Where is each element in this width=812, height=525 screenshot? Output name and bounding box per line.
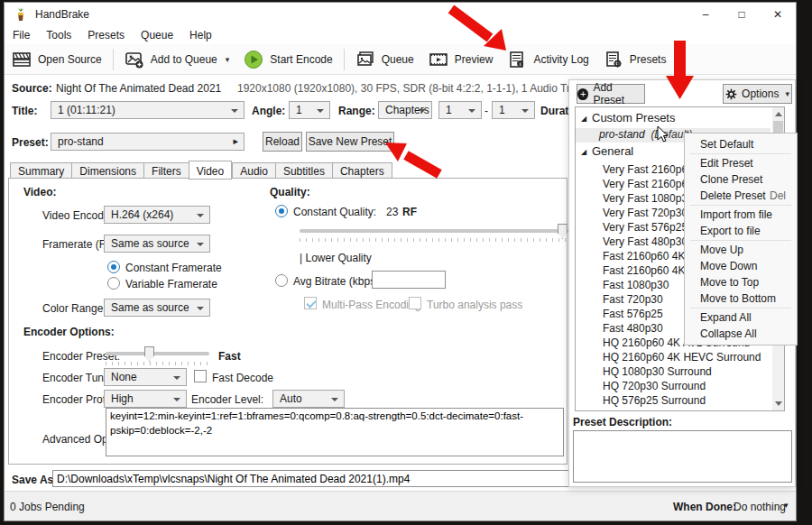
add-to-queue-dropdown-icon[interactable]: ▾ xyxy=(226,55,230,64)
quality-slider[interactable] xyxy=(300,229,568,233)
when-done-dropdown-icon[interactable]: ▾ xyxy=(784,501,789,510)
angle-label: Angle: xyxy=(252,105,285,117)
expander-icon[interactable]: ◢ xyxy=(581,148,592,156)
context-menu-item-edit-preset[interactable]: Edit Preset xyxy=(685,155,797,171)
activity-log-button[interactable]: i Activity Log xyxy=(500,46,595,73)
fast-decode-label[interactable]: Fast Decode xyxy=(212,372,273,384)
framerate-select[interactable]: Same as source xyxy=(104,235,210,253)
range-type-select[interactable]: Chapters xyxy=(378,101,432,119)
menu-presets[interactable]: Presets xyxy=(79,27,133,43)
fast-decode-checkbox[interactable] xyxy=(194,370,207,382)
turbo-checkbox[interactable] xyxy=(409,297,421,309)
context-menu-item-set-default[interactable]: Set Default xyxy=(685,136,797,152)
preset-select[interactable]: pro-stand ▸ xyxy=(51,133,245,151)
avg-bitrate-label[interactable]: Avg Bitrate (kbps): xyxy=(293,275,382,288)
variable-framerate-label[interactable]: Variable Framerate xyxy=(125,278,217,290)
multipass-checkbox[interactable] xyxy=(304,297,317,309)
video-encoder-select[interactable]: H.264 (x264) xyxy=(104,206,210,224)
context-menu-item-move-up[interactable]: Move Up xyxy=(685,242,797,258)
reload-button[interactable]: Reload xyxy=(263,132,302,152)
open-source-label: Open Source xyxy=(38,53,102,66)
range-label: Range: xyxy=(338,105,375,117)
menu-file[interactable]: File xyxy=(5,27,38,43)
source-label: Source: xyxy=(12,82,52,95)
tabbar: Summary Dimensions Filters Video Audio S… xyxy=(10,161,392,179)
encoder-preset-slider[interactable] xyxy=(106,352,209,355)
menu-help[interactable]: Help xyxy=(181,27,220,43)
context-menu-item-import-from-file[interactable]: Import from file xyxy=(685,207,797,223)
menu-queue[interactable]: Queue xyxy=(133,27,181,43)
preview-button[interactable]: Preview xyxy=(421,46,501,73)
tab-summary[interactable]: Summary xyxy=(10,162,71,179)
chapter-from-select[interactable]: 1 xyxy=(438,101,482,119)
context-menu-item-move-to-top[interactable]: Move to Top xyxy=(685,274,797,290)
encoder-preset-slider-thumb[interactable] xyxy=(144,346,154,362)
chapter-to-select[interactable]: 1 xyxy=(492,101,535,119)
angle-select[interactable]: 1 xyxy=(289,101,330,119)
quality-slider-thumb[interactable] xyxy=(558,224,567,239)
multipass-label: Multi-Pass Encoding xyxy=(322,299,420,311)
when-done-select[interactable]: Do nothing xyxy=(734,501,786,513)
title-select[interactable]: 1 (01:11:21) xyxy=(51,101,245,119)
tab-audio[interactable]: Audio xyxy=(232,162,275,179)
menu-separator xyxy=(690,240,791,241)
presets-toolbar-button[interactable]: Presets ▾ xyxy=(596,46,686,73)
tab-subtitles[interactable]: Subtitles xyxy=(275,162,332,179)
queue-button[interactable]: Queue xyxy=(348,46,421,73)
preset-item[interactable]: HQ 720p30 Surround xyxy=(576,380,770,394)
preset-item[interactable]: HQ 1080p30 Surround xyxy=(576,365,770,380)
tab-dimensions[interactable]: Dimensions xyxy=(71,162,143,179)
minimize-button[interactable]: – xyxy=(687,3,724,26)
encoder-tune-select[interactable]: None xyxy=(104,368,187,386)
tab-filters[interactable]: Filters xyxy=(143,162,189,179)
screenshot-stage: HandBrake – □ ✕ File Tools Presets Queue… xyxy=(0,0,812,525)
context-menu-item-export-to-file[interactable]: Export to file xyxy=(685,223,797,239)
save-new-preset-button[interactable]: Save New Preset xyxy=(306,132,394,152)
video-tab-panel: Video: Video Encoder: H.264 (x264) Frame… xyxy=(8,178,567,465)
context-menu-item-delete-preset[interactable]: Delete Preset Del xyxy=(685,188,797,204)
avg-bitrate-radio[interactable] xyxy=(275,274,288,287)
activity-log-label: Activity Log xyxy=(533,53,588,66)
encoder-level-label: Encoder Level: xyxy=(191,393,263,406)
options-button[interactable]: Options ▾ xyxy=(723,84,792,104)
encoder-preset-hint: Fast xyxy=(218,350,241,363)
context-menu-item-move-down[interactable]: Move Down xyxy=(685,258,797,274)
open-source-button[interactable]: Open Source xyxy=(5,46,109,73)
encoder-profile-select[interactable]: High xyxy=(104,390,187,408)
scroll-up-icon[interactable] xyxy=(775,112,782,116)
variable-framerate-radio[interactable] xyxy=(107,277,120,290)
gear-icon xyxy=(725,88,737,100)
duration-label: Duration: xyxy=(540,105,569,117)
title-label: Title: xyxy=(12,105,37,117)
advanced-options-input[interactable]: keyint=12:min-keyint=1:ref=1:bframes=0:q… xyxy=(106,408,564,456)
add-to-queue-button[interactable]: Add to Queue ▾ xyxy=(117,46,237,73)
start-encode-icon xyxy=(244,50,263,69)
tab-video[interactable]: Video xyxy=(189,161,232,180)
quality-ticks xyxy=(300,238,568,242)
context-menu-item-expand-all[interactable]: Expand All xyxy=(685,309,797,326)
constant-framerate-label[interactable]: Constant Framerate xyxy=(125,262,222,274)
add-preset-button[interactable]: + Add Preset xyxy=(577,84,645,104)
close-button[interactable]: ✕ xyxy=(760,3,796,26)
preset-item[interactable]: HQ 576p25 Surround xyxy=(576,394,770,409)
context-menu-item-collapse-all[interactable]: Collapse All xyxy=(685,326,797,342)
tab-chapters[interactable]: Chapters xyxy=(332,162,392,179)
maximize-button[interactable]: □ xyxy=(724,3,760,26)
expander-icon[interactable]: ◢ xyxy=(581,115,592,123)
context-menu-item-clone-preset[interactable]: Clone Preset xyxy=(685,171,797,188)
avg-bitrate-input[interactable] xyxy=(372,271,446,289)
constant-quality-radio[interactable] xyxy=(275,205,288,217)
preset-description-input[interactable] xyxy=(573,430,792,483)
start-encode-button[interactable]: Start Encode xyxy=(236,46,339,73)
preset-item[interactable]: HQ 2160p60 4K HEVC Surround xyxy=(576,351,770,365)
context-menu-item-move-to-bottom[interactable]: Move to Bottom xyxy=(685,290,797,307)
preset-group-custom[interactable]: ◢Custom Presets xyxy=(576,111,784,127)
color-range-select[interactable]: Same as source xyxy=(104,299,210,317)
menu-tools[interactable]: Tools xyxy=(38,27,79,43)
constant-framerate-radio[interactable] xyxy=(107,261,120,273)
constant-quality-label[interactable]: Constant Quality: xyxy=(293,206,376,218)
encoder-level-select[interactable]: Auto xyxy=(272,390,345,408)
queue-icon xyxy=(355,50,375,69)
presets-dropdown-icon[interactable]: ▾ xyxy=(674,55,678,64)
scroll-down-icon[interactable] xyxy=(775,401,782,406)
